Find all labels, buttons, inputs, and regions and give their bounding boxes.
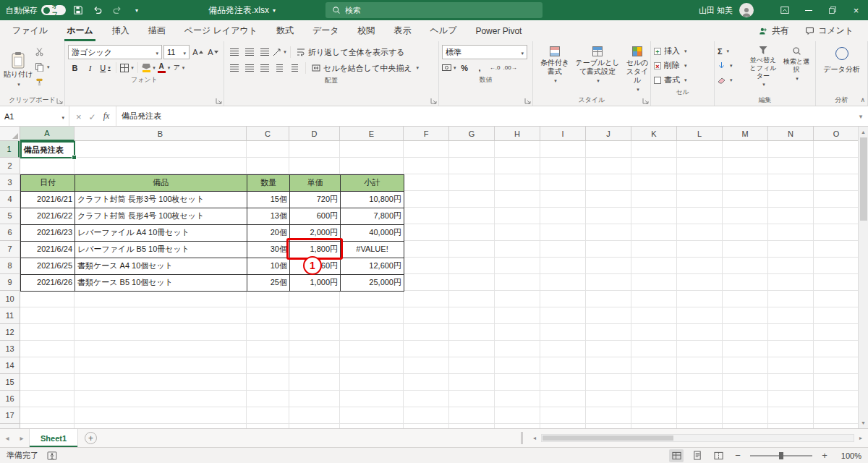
column-header-g[interactable]: G xyxy=(449,127,495,141)
document-title[interactable]: 備品発注表.xlsx ▾ xyxy=(208,0,276,20)
conditional-formatting-button[interactable]: 条件付き書式 xyxy=(536,43,574,95)
table-header-cell[interactable]: 数量 xyxy=(247,175,290,192)
enter-icon[interactable] xyxy=(89,110,96,123)
zoom-slider-thumb[interactable] xyxy=(779,452,783,459)
wrap-text-button[interactable]: 折り返して全体を表示する xyxy=(294,45,407,59)
minimize-button[interactable] xyxy=(796,0,820,20)
table-cell[interactable]: 2021/6/23 xyxy=(21,225,75,242)
column-header-l[interactable]: L xyxy=(677,127,723,141)
table-cell[interactable]: 2021/6/21 xyxy=(21,192,75,208)
increase-font-size-button[interactable]: A xyxy=(191,46,205,59)
column-header-o[interactable]: O xyxy=(814,127,858,141)
align-left-button[interactable] xyxy=(227,61,241,75)
merge-center-button[interactable]: セルを結合して中央揃え xyxy=(310,61,421,75)
restore-button[interactable] xyxy=(820,0,844,20)
name-box[interactable]: A1 xyxy=(0,106,69,126)
format-painter-button[interactable] xyxy=(33,76,51,88)
currency-format-button[interactable] xyxy=(442,61,456,75)
ribbon-tab[interactable]: 挿入 xyxy=(103,20,139,41)
file-tab[interactable]: ファイル xyxy=(3,20,57,41)
table-cell[interactable]: 書類ケース A4 10個セット xyxy=(75,258,247,275)
horizontal-scrollbar[interactable] xyxy=(541,434,854,442)
vertical-scrollbar[interactable]: ▲ ▼ xyxy=(858,127,868,428)
column-header-m[interactable]: M xyxy=(723,127,768,141)
table-cell[interactable]: 1,800円 xyxy=(290,242,341,258)
column-header-n[interactable]: N xyxy=(768,127,814,141)
ribbon-tab[interactable]: Power Pivot xyxy=(466,20,531,41)
table-cell[interactable]: レバーファイル A4 10冊セット xyxy=(75,225,247,242)
format-as-table-button[interactable]: テーブルとして書式設定 xyxy=(574,43,621,95)
row-header-15[interactable]: 15 xyxy=(0,374,20,391)
autosum-button[interactable]: Σ xyxy=(718,44,746,58)
selected-cell-a1[interactable]: 備品発注表 xyxy=(20,141,75,158)
row-header-11[interactable]: 11 xyxy=(0,307,20,324)
table-cell[interactable]: 20個 xyxy=(247,225,290,242)
table-header-cell[interactable]: 単価 xyxy=(290,175,341,192)
zoom-in-button[interactable]: + xyxy=(819,450,830,461)
number-dialog-launcher[interactable] xyxy=(524,98,531,104)
cell-styles-button[interactable]: セルのスタイル xyxy=(621,43,653,95)
accessibility-checker-icon[interactable] xyxy=(47,451,57,460)
table-cell[interactable]: 12,600円 xyxy=(341,258,404,275)
cut-button[interactable] xyxy=(33,46,51,58)
vertical-scroll-thumb[interactable] xyxy=(860,137,867,221)
font-name-select[interactable]: 游ゴシック xyxy=(68,45,162,59)
top-align-button[interactable] xyxy=(227,46,241,59)
fill-button[interactable] xyxy=(718,59,746,72)
column-header-i[interactable]: I xyxy=(540,127,586,141)
table-cell[interactable]: 2021/6/22 xyxy=(21,208,75,225)
comma-style-button[interactable]: , xyxy=(473,61,487,75)
table-cell[interactable]: 10個 xyxy=(247,258,290,275)
underline-button[interactable]: U xyxy=(98,61,112,75)
share-button[interactable]: 共有 xyxy=(753,22,795,39)
align-right-button[interactable] xyxy=(258,61,271,75)
redo-button[interactable] xyxy=(110,3,124,17)
table-cell[interactable]: 2,000円 xyxy=(290,225,341,242)
italic-button[interactable]: I xyxy=(83,61,97,75)
ribbon-tab[interactable]: 校閲 xyxy=(349,20,385,41)
ribbon-tab[interactable]: 表示 xyxy=(385,20,421,41)
row-header-14[interactable]: 14 xyxy=(0,357,20,374)
row-header-10[interactable]: 10 xyxy=(0,291,20,307)
styles-dialog-launcher[interactable] xyxy=(642,98,649,104)
column-header-c[interactable]: C xyxy=(247,127,289,141)
column-header-b[interactable]: B xyxy=(75,127,247,141)
bold-button[interactable]: B xyxy=(68,61,82,75)
column-header-e[interactable]: E xyxy=(340,127,404,141)
ribbon-tab[interactable]: ページ レイアウト xyxy=(175,20,267,41)
column-header-a[interactable]: A xyxy=(20,127,75,141)
font-dialog-launcher[interactable] xyxy=(216,98,222,104)
row-header-2[interactable]: 2 xyxy=(0,158,20,174)
align-center-button[interactable] xyxy=(242,61,256,75)
row-header-7[interactable]: 7 xyxy=(0,241,20,258)
decrease-font-size-button[interactable]: A xyxy=(206,46,220,59)
copy-button[interactable] xyxy=(33,61,51,73)
comments-button[interactable]: コメント xyxy=(799,22,859,39)
table-cell[interactable]: 書類ケース B5 10個セット xyxy=(75,275,247,292)
next-sheet-button[interactable]: ▸ xyxy=(14,434,29,442)
cancel-icon[interactable] xyxy=(76,110,82,123)
zoom-level[interactable]: 100% xyxy=(837,451,861,460)
table-cell[interactable]: 30個 xyxy=(247,242,290,258)
clipboard-dialog-launcher[interactable] xyxy=(56,98,63,104)
table-cell[interactable]: 13個 xyxy=(247,208,290,225)
close-button[interactable]: × xyxy=(844,0,868,20)
quick-access-dropdown[interactable]: ▾ xyxy=(129,3,144,17)
row-header-16[interactable]: 16 xyxy=(0,391,20,407)
table-cell[interactable]: 720円 xyxy=(290,192,341,208)
row-header-3[interactable]: 3 xyxy=(0,174,20,191)
delete-cells-button[interactable]: ×削除 xyxy=(654,59,711,72)
table-cell[interactable]: 25,000円 xyxy=(341,275,404,292)
number-format-select[interactable]: 標準 xyxy=(442,45,527,59)
select-all-button[interactable] xyxy=(0,127,20,141)
table-cell[interactable]: 600円 xyxy=(290,208,341,225)
table-cell[interactable]: 1,000円 xyxy=(290,275,341,292)
percent-style-button[interactable]: % xyxy=(458,61,472,75)
ribbon-tab[interactable]: 数式 xyxy=(267,20,303,41)
collapse-ribbon-button[interactable]: ∧ xyxy=(860,96,865,103)
expand-formula-bar-button[interactable]: ▾ xyxy=(854,106,868,126)
row-header-4[interactable]: 4 xyxy=(0,191,20,208)
increase-decimal-button[interactable]: ←.0 xyxy=(488,61,502,75)
column-header-f[interactable]: F xyxy=(404,127,449,141)
column-header-k[interactable]: K xyxy=(631,127,677,141)
